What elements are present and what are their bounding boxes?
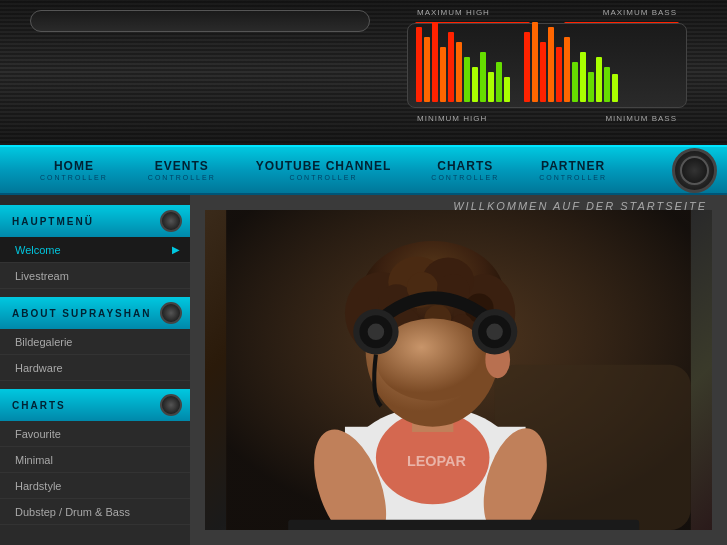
sidebar-about-items: Bildegalerie Hardware — [0, 329, 190, 381]
sidebar-section-hauptmenu: HAUPTMENÜ Welcome ▶ Livestream — [0, 205, 190, 289]
vu-bar — [496, 62, 502, 102]
sidebar-item-bildegalerie[interactable]: Bildegalerie — [0, 329, 190, 355]
navigation-bar: HOME CONTROLLER EVENTS CONTROLLER YOUTUB… — [0, 145, 727, 195]
vu-bar — [472, 67, 478, 102]
vu-bar — [480, 52, 486, 102]
sidebar-header-charts: CHARTS — [0, 389, 190, 421]
svg-text:LEOPAR: LEOPAR — [407, 453, 467, 469]
sidebar-about-title: ABOUT SUPRAYSHAN — [12, 308, 151, 319]
vu-bar — [540, 42, 546, 102]
vu-bar — [464, 57, 470, 102]
vu-bar — [488, 72, 494, 102]
sidebar-speaker-icon-3 — [160, 394, 182, 416]
nav-item-youtube[interactable]: YOUTUBE CHANNEL CONTROLLER — [236, 154, 412, 186]
sidebar-welcome-label: Welcome — [15, 244, 61, 256]
main-content: HAUPTMENÜ Welcome ▶ Livestream ABOUT SUP… — [0, 195, 727, 545]
sidebar-item-hardware[interactable]: Hardware — [0, 355, 190, 381]
svg-point-28 — [486, 324, 503, 341]
vu-bar — [596, 57, 602, 102]
sidebar-section-charts: CHARTS Favourite Minimal Hardstyle Dubst… — [0, 389, 190, 525]
nav-speaker-icon — [672, 148, 717, 193]
photo-area: LEOPAR — [205, 210, 712, 530]
vu-max-high-label: MAXIMUM HIGH — [417, 8, 490, 17]
vu-container — [407, 23, 687, 108]
sidebar-bildegalerie-label: Bildegalerie — [15, 336, 72, 348]
nav-partner-sub: CONTROLLER — [539, 174, 607, 181]
vu-bar — [524, 32, 530, 102]
dj-illustration: LEOPAR — [205, 210, 712, 530]
vu-bar — [588, 72, 594, 102]
sidebar-item-livestream[interactable]: Livestream — [0, 263, 190, 289]
sidebar-livestream-label: Livestream — [15, 270, 69, 282]
nav-charts-sub: CONTROLLER — [431, 174, 499, 181]
vu-right-group — [524, 22, 618, 102]
vu-bar — [556, 47, 562, 102]
vu-bar — [548, 27, 554, 102]
svg-point-25 — [368, 324, 385, 341]
sidebar-favourite-label: Favourite — [15, 428, 61, 440]
nav-events-sub: CONTROLLER — [148, 174, 216, 181]
sidebar-hardware-label: Hardware — [15, 362, 63, 374]
vu-bar — [532, 22, 538, 102]
sidebar-dubstep-label: Dubstep / Drum & Bass — [15, 506, 130, 518]
sidebar-item-favourite[interactable]: Favourite — [0, 421, 190, 447]
vu-left-group — [416, 22, 510, 102]
vu-max-bass-label: MAXIMUM BASS — [603, 8, 677, 17]
svg-rect-31 — [288, 520, 639, 530]
sidebar-item-minimal[interactable]: Minimal — [0, 447, 190, 473]
sidebar-item-welcome[interactable]: Welcome ▶ — [0, 237, 190, 263]
vu-bar — [604, 67, 610, 102]
sidebar-item-dubstep[interactable]: Dubstep / Drum & Bass — [0, 499, 190, 525]
vu-bar — [416, 27, 422, 102]
search-bar[interactable] — [30, 10, 370, 32]
sidebar-hardstyle-label: Hardstyle — [15, 480, 61, 492]
sidebar-speaker-icon-2 — [160, 302, 182, 324]
sidebar-header-about: ABOUT SUPRAYSHAN — [0, 297, 190, 329]
header-area: MAXIMUM HIGH MAXIMUM BASS — [0, 0, 727, 145]
nav-home-sub: CONTROLLER — [40, 174, 108, 181]
vu-bar — [424, 37, 430, 102]
vu-bar — [432, 22, 438, 102]
vu-meters: MAXIMUM HIGH MAXIMUM BASS — [407, 8, 687, 128]
sidebar-header-hauptmenu: HAUPTMENÜ — [0, 205, 190, 237]
vu-bar — [440, 47, 446, 102]
sidebar-arrow-icon: ▶ — [172, 244, 180, 255]
sidebar-hauptmenu-title: HAUPTMENÜ — [12, 216, 94, 227]
vu-bar — [456, 42, 462, 102]
vu-bar — [504, 77, 510, 102]
vu-bar — [612, 74, 618, 102]
nav-partner-label: PARTNER — [541, 159, 605, 173]
nav-item-home[interactable]: HOME CONTROLLER — [20, 154, 128, 186]
sidebar-speaker-icon — [160, 210, 182, 232]
vu-bar — [572, 62, 578, 102]
nav-item-partner[interactable]: PARTNER CONTROLLER — [519, 154, 627, 186]
sidebar-hauptmenu-items: Welcome ▶ Livestream — [0, 237, 190, 289]
vu-min-bass-label: MINIMUM BASS — [605, 114, 677, 123]
vu-bar — [564, 37, 570, 102]
nav-item-charts[interactable]: CHARTS CONTROLLER — [411, 154, 519, 186]
sidebar-item-hardstyle[interactable]: Hardstyle — [0, 473, 190, 499]
nav-youtube-label: YOUTUBE CHANNEL — [256, 159, 392, 173]
vu-bar — [448, 32, 454, 102]
sidebar-section-about: ABOUT SUPRAYSHAN Bildegalerie Hardware — [0, 297, 190, 381]
sidebar-charts-items: Favourite Minimal Hardstyle Dubstep / Dr… — [0, 421, 190, 525]
sidebar: HAUPTMENÜ Welcome ▶ Livestream ABOUT SUP… — [0, 195, 190, 545]
nav-item-events[interactable]: EVENTS CONTROLLER — [128, 154, 236, 186]
vu-min-high-label: MINIMUM HIGH — [417, 114, 487, 123]
nav-home-label: HOME — [54, 159, 94, 173]
nav-charts-label: CHARTS — [437, 159, 493, 173]
dj-photo: LEOPAR — [205, 210, 712, 530]
sidebar-charts-title: CHARTS — [12, 400, 66, 411]
vu-bar — [580, 52, 586, 102]
nav-events-label: EVENTS — [155, 159, 209, 173]
nav-youtube-sub: CONTROLLER — [290, 174, 358, 181]
nav-items: HOME CONTROLLER EVENTS CONTROLLER YOUTUB… — [0, 154, 672, 186]
sidebar-minimal-label: Minimal — [15, 454, 53, 466]
